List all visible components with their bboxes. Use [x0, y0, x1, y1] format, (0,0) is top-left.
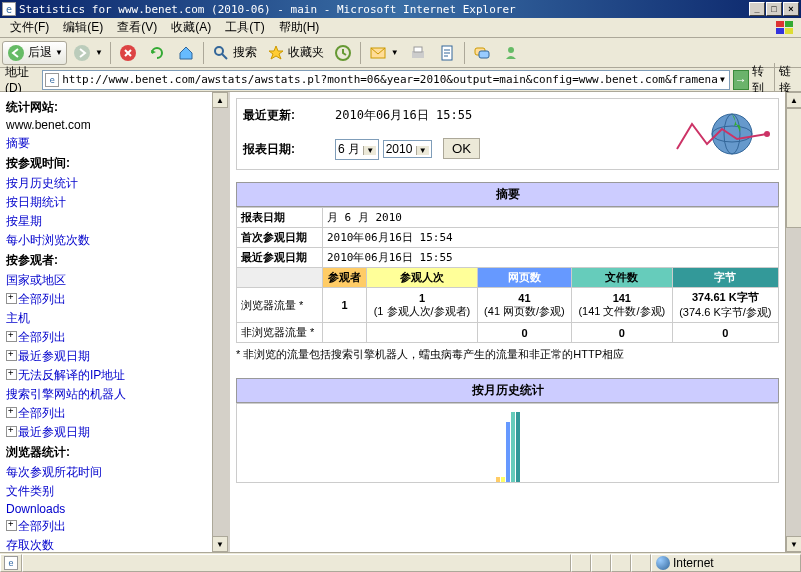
menu-edit[interactable]: 编辑(E): [57, 17, 109, 38]
ok-button[interactable]: OK: [443, 138, 480, 159]
sidebar-link-downloads-all[interactable]: 全部列出: [6, 517, 202, 536]
scroll-down-icon[interactable]: ▼: [786, 536, 801, 552]
sidebar-link-daily[interactable]: 按日期统计: [6, 193, 202, 212]
maximize-button[interactable]: □: [766, 2, 782, 16]
sidebar-link-country-all[interactable]: 全部列出: [6, 290, 202, 309]
chart-bar-visits: [501, 477, 505, 482]
window-titlebar: e Statistics for www.benet.com (2010-06)…: [0, 0, 801, 18]
monthly-header: 按月历史统计: [236, 378, 779, 403]
sidebar-link-host-last[interactable]: 最近参观日期: [6, 347, 202, 366]
close-button[interactable]: ×: [783, 2, 799, 16]
refresh-icon: [147, 43, 167, 63]
sidebar-link-robots[interactable]: 搜索引擎网站的机器人: [6, 385, 202, 404]
discuss-icon: [472, 43, 492, 63]
sidebar-link-downloads[interactable]: Downloads: [6, 501, 202, 517]
scroll-thumb[interactable]: [786, 108, 801, 228]
main-scrollbar[interactable]: ▲ ▼: [785, 92, 801, 552]
menu-tools[interactable]: 工具(T): [219, 17, 270, 38]
home-icon: [176, 43, 196, 63]
menu-help[interactable]: 帮助(H): [273, 17, 326, 38]
sidebar-header-bytime: 按参观时间:: [6, 153, 202, 174]
svg-point-7: [215, 47, 223, 55]
edit-icon: [437, 43, 457, 63]
scroll-up-icon[interactable]: ▲: [212, 92, 228, 108]
minimize-button[interactable]: _: [749, 2, 765, 16]
svg-point-4: [8, 45, 24, 61]
month-select[interactable]: 6 月 ▼: [335, 139, 379, 160]
summary-table: 报表日期 月 6 月 2010 首次参观日期 2010年06月16日 15:54…: [236, 207, 779, 343]
status-zone: Internet: [651, 554, 801, 572]
sidebar-scrollbar[interactable]: ▲ ▼: [212, 92, 228, 552]
last-update-value: 2010年06月16日 15:55: [335, 108, 472, 122]
svg-point-20: [764, 131, 770, 137]
globe-icon: [656, 556, 670, 570]
awstats-logo: [672, 104, 772, 164]
messenger-icon: [501, 43, 521, 63]
sidebar-link-monthly[interactable]: 按月历史统计: [6, 174, 202, 193]
history-button[interactable]: [329, 41, 357, 65]
chart-bar-files: [511, 412, 515, 482]
address-bar: 地址(D) e http://www.benet.com/awstats/aws…: [0, 68, 801, 92]
stats-site-value: www.benet.com: [6, 118, 202, 132]
back-icon: [6, 43, 26, 63]
svg-rect-12: [414, 47, 422, 52]
search-button[interactable]: 搜索: [207, 41, 261, 65]
status-done-icon: e: [0, 554, 22, 572]
first-visit-label: 首次参观日期: [237, 228, 323, 248]
svg-rect-3: [785, 28, 793, 34]
sidebar-link-host[interactable]: 主机: [6, 309, 202, 328]
svg-rect-15: [479, 51, 489, 58]
menu-file[interactable]: 文件(F): [4, 17, 55, 38]
monthly-chart: [236, 403, 779, 483]
chevron-down-icon: ▼: [363, 146, 376, 155]
messenger-button[interactable]: [497, 41, 525, 65]
address-input[interactable]: e http://www.benet.com/awstats/awstats.p…: [42, 70, 729, 90]
chevron-down-icon: ▼: [55, 48, 63, 57]
print-button[interactable]: [404, 41, 432, 65]
update-info-table: 最近更新: 2010年06月16日 15:55 报表日期: 6 月 ▼ 2010…: [236, 98, 779, 170]
chevron-down-icon[interactable]: ▼: [718, 75, 727, 84]
sidebar-link-hourly[interactable]: 每小时浏览次数: [6, 231, 202, 250]
sidebar-link-summary[interactable]: 摘要: [6, 134, 202, 153]
year-select[interactable]: 2010 ▼: [383, 140, 432, 158]
mail-icon: [368, 43, 388, 63]
sidebar-link-access[interactable]: 存取次数: [6, 536, 202, 552]
mail-button[interactable]: ▼: [364, 41, 403, 65]
scroll-down-icon[interactable]: ▼: [212, 536, 228, 552]
sidebar-link-host-unresolved[interactable]: 无法反解译的IP地址: [6, 366, 202, 385]
sidebar: 统计网站: www.benet.com 摘要 按参观时间: 按月历史统计 按日期…: [0, 92, 230, 552]
sidebar-link-robots-last[interactable]: 最近参观日期: [6, 423, 202, 442]
windows-logo-icon: [773, 19, 797, 37]
col-bytes: 字节: [672, 268, 778, 288]
home-button[interactable]: [172, 41, 200, 65]
sidebar-link-robots-all[interactable]: 全部列出: [6, 404, 202, 423]
sidebar-link-country[interactable]: 国家或地区: [6, 271, 202, 290]
back-button[interactable]: 后退 ▼: [2, 41, 67, 65]
chart-bar-visitor: [496, 477, 500, 482]
print-icon: [408, 43, 428, 63]
table-row-notviewed: 非浏览器流量 * 0 0 0: [237, 323, 779, 343]
col-files: 文件数: [572, 268, 673, 288]
sidebar-link-filetype[interactable]: 文件类别: [6, 482, 202, 501]
col-visitor: 参观者: [323, 268, 367, 288]
sidebar-header-byvisitor: 按参观者:: [6, 250, 202, 271]
scroll-up-icon[interactable]: ▲: [786, 92, 801, 108]
edit-button[interactable]: [433, 41, 461, 65]
report-date-label: 报表日期:: [239, 132, 329, 167]
sidebar-link-duration[interactable]: 每次参观所花时间: [6, 463, 202, 482]
sidebar-link-host-all[interactable]: 全部列出: [6, 328, 202, 347]
search-icon: [211, 43, 231, 63]
favorites-button[interactable]: 收藏夹: [262, 41, 328, 65]
refresh-button[interactable]: [143, 41, 171, 65]
menu-favorites[interactable]: 收藏(A): [165, 17, 217, 38]
stop-button[interactable]: [114, 41, 142, 65]
menu-view[interactable]: 查看(V): [111, 17, 163, 38]
discuss-button[interactable]: [468, 41, 496, 65]
stop-icon: [118, 43, 138, 63]
svg-rect-0: [776, 21, 784, 27]
window-title: Statistics for www.benet.com (2010-06) -…: [19, 3, 749, 16]
forward-button[interactable]: ▼: [68, 41, 107, 65]
ie-page-icon: e: [4, 556, 18, 570]
go-button[interactable]: →: [733, 70, 749, 90]
sidebar-link-weekday[interactable]: 按星期: [6, 212, 202, 231]
